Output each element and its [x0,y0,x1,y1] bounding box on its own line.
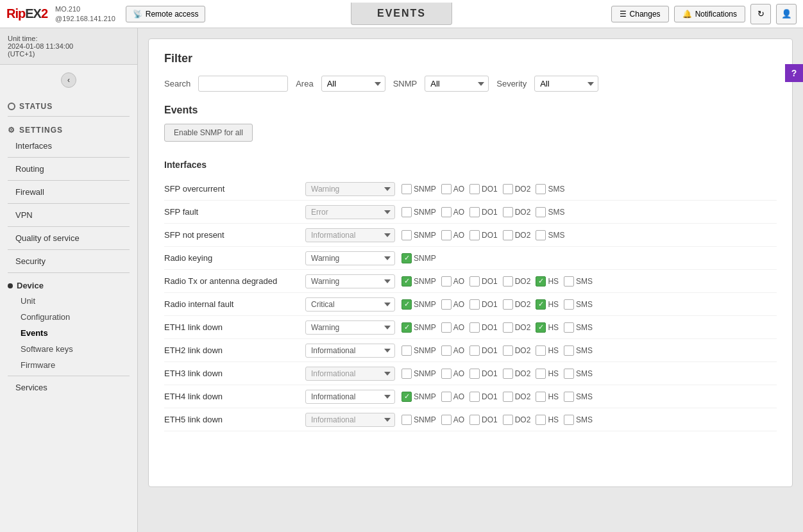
ao-checkbox[interactable] [441,415,452,425]
sidebar-item-routing[interactable]: Routing [0,160,137,178]
sms-checkbox[interactable] [564,345,574,356]
ao-checkbox[interactable] [441,276,452,287]
do1-checkbox[interactable] [469,276,480,287]
sidebar-item-vpn[interactable]: VPN [0,206,137,224]
do1-checkbox[interactable] [469,322,480,333]
hs-checkbox[interactable] [536,392,546,402]
sidebar-item-security[interactable]: Security [0,253,137,270]
ao-checkbox[interactable] [441,322,452,333]
do1-checkbox[interactable] [469,415,480,425]
severity-dropdown[interactable]: InformationalCriticalErrorWarning [305,228,395,242]
sms-checkbox[interactable] [536,184,546,194]
severity-dropdown[interactable]: WarningCriticalErrorInformational [305,320,395,335]
divider1 [8,116,130,117]
do2-checkbox[interactable] [503,230,513,240]
ao-checkbox[interactable] [441,299,452,310]
area-select[interactable]: All Interfaces Radio Network System [321,76,385,92]
do1-checkbox[interactable] [469,299,480,310]
sidebar-item-firewall[interactable]: Firewall [0,183,137,201]
do2-checkbox[interactable] [503,207,513,217]
do2-checkbox[interactable] [503,322,513,333]
do2-checkbox[interactable] [503,369,513,379]
hs-checkbox[interactable] [536,276,546,287]
sidebar-item-configuration[interactable]: Configuration [0,309,137,325]
sidebar-item-qos[interactable]: Quality of service [0,229,137,247]
sms-checkbox[interactable] [564,299,574,310]
do1-checkbox[interactable] [469,369,480,379]
do2-checkbox[interactable] [503,345,513,356]
hs-checkbox[interactable] [536,299,546,310]
ao-checkbox[interactable] [441,207,452,217]
sms-checkbox[interactable] [564,276,574,287]
sidebar-item-interfaces[interactable]: Interfaces [0,137,137,154]
severity-dropdown[interactable]: WarningCriticalErrorInformational [305,182,395,196]
snmp-checkbox[interactable] [402,207,412,217]
sidebar-item-services[interactable]: Services [0,379,137,396]
snmp-checkbox[interactable] [402,322,412,333]
changes-button[interactable]: ☰ Changes [611,6,669,22]
do1-checkbox[interactable] [469,230,480,240]
severity-dropdown[interactable]: InformationalCriticalErrorWarning [305,344,395,358]
do2-checkbox[interactable] [503,276,513,287]
severity-dropdown[interactable]: WarningCriticalErrorInformational [305,251,395,265]
sidebar-item-unit[interactable]: Unit [0,293,137,309]
hs-checkbox[interactable] [536,369,546,379]
user-button[interactable]: 👤 [776,4,797,24]
do2-checkbox[interactable] [503,299,513,310]
do1-checkbox[interactable] [469,392,480,402]
snmp-label: SNMP [393,79,418,88]
severity-dropdown[interactable]: CriticalWarningErrorInformational [305,297,395,312]
snmp-select[interactable]: All Yes No [425,76,489,92]
sms-checkbox[interactable] [564,415,574,425]
sms-checkbox[interactable] [564,322,574,333]
hs-checkbox[interactable] [536,345,546,356]
do1-checkbox[interactable] [469,207,480,217]
enable-snmp-button[interactable]: Enable SNMP for all [164,124,253,142]
do2-checkbox[interactable] [503,415,513,425]
notifications-button[interactable]: 🔔 Notifications [674,6,745,22]
snmp-checkbox[interactable] [402,276,412,287]
do2-label: DO2 [515,323,531,332]
ao-checkbox[interactable] [441,369,452,379]
severity-dropdown[interactable]: InformationalCriticalErrorWarning [305,390,395,404]
snmp-checkbox[interactable] [402,184,412,194]
snmp-checkbox[interactable] [402,253,412,263]
ao-checkbox[interactable] [441,230,452,240]
sidebar-item-software-keys[interactable]: Software keys [0,341,137,357]
sms-checkbox[interactable] [536,230,546,240]
ao-checkbox[interactable] [441,392,452,402]
do1-checkbox-item: DO1 [469,207,498,217]
search-input[interactable] [198,76,288,92]
logo: RipEX2 MO.210 @192.168.141.210 [6,4,115,23]
snmp-checkbox[interactable] [402,392,412,402]
severity-dropdown[interactable]: WarningCriticalErrorInformational [305,274,395,288]
sms-checkbox[interactable] [536,207,546,217]
snmp-checkbox[interactable] [402,415,412,425]
severity-dropdown[interactable]: ErrorCriticalWarningInformational [305,205,395,219]
snmp-checkbox[interactable] [402,369,412,379]
sidebar-item-events[interactable]: Events [0,325,137,341]
hs-checkbox[interactable] [536,415,546,425]
snmp-checkbox[interactable] [402,299,412,310]
ao-checkbox[interactable] [441,345,452,356]
snmp-checkbox[interactable] [402,230,412,240]
refresh-button[interactable]: ↻ [750,4,771,24]
do1-checkbox[interactable] [469,184,480,194]
ao-checkbox[interactable] [441,184,452,194]
severity-dropdown[interactable]: InformationalCriticalErrorWarning [305,367,395,381]
remote-access-button[interactable]: 📡 Remote access [126,6,206,22]
do2-checkbox[interactable] [503,184,513,194]
do1-checkbox[interactable] [469,345,480,356]
hs-checkbox[interactable] [536,322,546,333]
snmp-checkbox[interactable] [402,345,412,356]
sms-checkbox[interactable] [564,369,574,379]
sidebar-item-firmware[interactable]: Firmware [0,357,137,373]
do2-checkbox[interactable] [503,392,513,402]
help-button[interactable]: ? [785,64,803,82]
ao-label: AO [453,231,464,240]
divider2 [8,157,130,158]
severity-select[interactable]: All Critical Error Warning Informational [534,76,598,92]
sms-checkbox[interactable] [564,392,574,402]
severity-dropdown[interactable]: InformationalCriticalErrorWarning [305,413,395,427]
collapse-sidebar-button[interactable]: ‹ [61,72,76,88]
